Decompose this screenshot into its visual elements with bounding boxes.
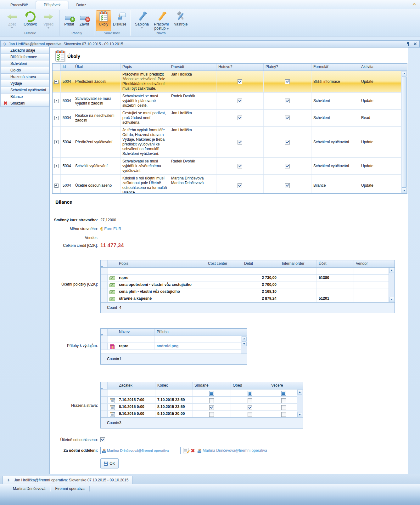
valid-checkbox[interactable] xyxy=(285,99,290,103)
ribbon-tab[interactable]: Pracoviště xyxy=(3,1,36,9)
scroll-down-icon[interactable] xyxy=(402,188,407,193)
column-header-formular[interactable]: Formulář xyxy=(311,64,359,71)
refresh-button[interactable]: Obnovit xyxy=(21,10,39,31)
column-header-obed[interactable]: Oběd xyxy=(231,382,269,389)
dinner-checkbox[interactable] xyxy=(281,412,286,417)
column-header-aktivita[interactable]: Aktivita xyxy=(359,64,402,71)
meals-scrollbar[interactable] xyxy=(297,389,303,417)
meal-row[interactable]: 7.10.2015 7:00 7.10.2015 23:59 xyxy=(101,397,298,404)
discussion-button[interactable]: Diskuse xyxy=(111,10,128,31)
pin-icon[interactable] xyxy=(407,42,410,46)
valid-checkbox[interactable] xyxy=(285,183,290,188)
column-header-zacatek[interactable]: Začátek xyxy=(117,382,155,389)
sidebar-item[interactable]: Výdaje xyxy=(0,80,49,87)
tasks-scrollbar[interactable] xyxy=(401,71,407,193)
accounting-row[interactable]: cena opotrebení - vlastní vůz cestujícíh… xyxy=(101,281,389,288)
breakfast-checkbox[interactable] xyxy=(209,398,214,403)
column-header-ucet[interactable]: Účet xyxy=(317,260,354,267)
sidebar-item[interactable]: Schválení vyúčtování xyxy=(0,87,49,94)
valid-checkbox[interactable] xyxy=(285,116,290,120)
scroll-up-icon[interactable] xyxy=(402,71,407,76)
task-row[interactable]: 5004 Předložení žádosti Pracovník musí p… xyxy=(53,71,402,93)
task-row[interactable]: 5004 Účetně odsouhlaseno Kdokoli s rolí … xyxy=(53,175,402,194)
lunch-filter-checkbox[interactable] xyxy=(248,391,252,396)
expand-icon[interactable] xyxy=(54,184,59,188)
back-dropdown-icon[interactable] xyxy=(11,27,13,29)
sidebar-item[interactable]: Základní údaje xyxy=(0,47,49,54)
add-panel-button[interactable]: + Přidat xyxy=(62,10,77,31)
scroll-thumb[interactable] xyxy=(402,77,407,188)
ribbon-tab[interactable]: Příspěvek xyxy=(36,1,68,9)
lunch-checkbox[interactable] xyxy=(248,412,252,417)
approved-checkbox[interactable] xyxy=(100,437,105,442)
column-header-debit[interactable]: Debit xyxy=(242,260,280,267)
expand-icon[interactable] xyxy=(54,164,59,168)
template-button[interactable]: Šablona xyxy=(132,10,152,31)
sidebar-item[interactable]: Bilance xyxy=(0,93,49,100)
forward-button[interactable]: Vpřed xyxy=(39,10,58,31)
scroll-down-icon[interactable] xyxy=(297,412,302,417)
done-checkbox[interactable] xyxy=(238,79,242,84)
done-checkbox[interactable] xyxy=(238,140,242,145)
department-input[interactable]: Martina Drinčevová@firemní operativa xyxy=(100,447,181,454)
accounting-row[interactable]: repre 2 730,00 51380 xyxy=(101,275,389,281)
column-header-provadi[interactable]: Provádí xyxy=(169,64,216,71)
accounting-scrollbar[interactable] xyxy=(389,268,395,302)
column-header-popis[interactable]: Popis xyxy=(120,64,169,71)
accounting-row[interactable]: cena phm - vlastní vůz cestujícího 2 168… xyxy=(101,288,389,295)
expand-icon[interactable] xyxy=(54,140,59,144)
workflow-button[interactable]: Pracovní postup xyxy=(152,10,171,31)
column-header-platny[interactable]: Platný? xyxy=(264,64,311,71)
done-checkbox[interactable] xyxy=(238,99,242,103)
filter-row[interactable] xyxy=(101,268,389,275)
valid-checkbox[interactable] xyxy=(285,164,290,168)
template-dropdown-icon[interactable] xyxy=(141,27,143,29)
ok-button[interactable]: OK xyxy=(100,458,119,468)
breakfast-filter-checkbox[interactable] xyxy=(209,391,214,396)
meal-currency-value[interactable]: Euro EUR xyxy=(104,227,121,231)
expand-icon[interactable] xyxy=(54,80,59,84)
lunch-checkbox[interactable] xyxy=(248,398,252,403)
valid-checkbox[interactable] xyxy=(285,79,290,84)
column-header-ukol[interactable]: Úkol xyxy=(73,64,120,71)
attachment-file-link[interactable]: android.png xyxy=(155,343,242,349)
filter-icon[interactable] xyxy=(101,266,103,272)
valid-checkbox[interactable] xyxy=(285,140,290,145)
forward-dropdown-icon[interactable] xyxy=(48,27,49,29)
scroll-down-icon[interactable] xyxy=(242,341,247,346)
column-header-id[interactable]: Id xyxy=(61,64,73,71)
department-value-link[interactable]: Martina Drinčevová@firemní operativa xyxy=(203,448,267,453)
column-header-internal-order[interactable]: Internal order xyxy=(280,260,317,267)
task-row[interactable]: 5004 Předložení vyúčtování Je třeba vypl… xyxy=(53,127,402,158)
close-panel-button[interactable]: − Zavřít xyxy=(77,10,92,31)
task-row[interactable]: 5004 Schválit vyúčtování Schvalovatel se… xyxy=(53,158,402,175)
tools-button[interactable]: Nástroje xyxy=(171,10,190,31)
clear-user-icon[interactable] xyxy=(191,449,194,452)
meal-row[interactable]: 8.10.2015 0:00 8.10.2015 23:59 xyxy=(101,404,298,411)
column-header-popis[interactable]: Popis xyxy=(117,260,206,267)
accounting-row[interactable]: stravné a kapesné 2 879,24 51201 xyxy=(101,295,389,302)
filter-icon[interactable] xyxy=(101,334,103,340)
sidebar-item[interactable]: Bližší informace xyxy=(0,54,49,60)
back-button[interactable]: Zpět xyxy=(3,10,21,31)
sidebar-item[interactable]: Smazání xyxy=(0,100,49,107)
close-icon[interactable] xyxy=(413,42,417,46)
scroll-up-icon[interactable] xyxy=(297,390,302,395)
ribbon-tab[interactable]: Dotaz xyxy=(68,1,94,9)
sidebar-item[interactable]: Od-do xyxy=(0,67,49,74)
dinner-filter-checkbox[interactable] xyxy=(281,391,286,396)
column-header-konec[interactable]: Konec xyxy=(155,382,193,389)
document-tab[interactable]: ✈ Jan Hrdlička@firemní operativa: Sloven… xyxy=(3,476,132,484)
dinner-checkbox[interactable] xyxy=(281,398,286,403)
column-header-priloha[interactable]: Příloha xyxy=(155,329,242,336)
breakfast-checkbox[interactable] xyxy=(209,412,214,417)
sidebar-item[interactable]: Hrazená strava xyxy=(0,73,49,80)
scroll-up-icon[interactable] xyxy=(389,268,394,273)
dinner-checkbox[interactable] xyxy=(281,405,286,410)
column-header-hotovo[interactable]: Hotovo? xyxy=(216,64,264,71)
scroll-up-icon[interactable] xyxy=(242,336,247,341)
breakfast-checkbox[interactable] xyxy=(209,405,214,410)
tasks-button[interactable]: Úkoly xyxy=(96,10,111,31)
done-checkbox[interactable] xyxy=(238,164,242,168)
done-checkbox[interactable] xyxy=(238,183,242,188)
